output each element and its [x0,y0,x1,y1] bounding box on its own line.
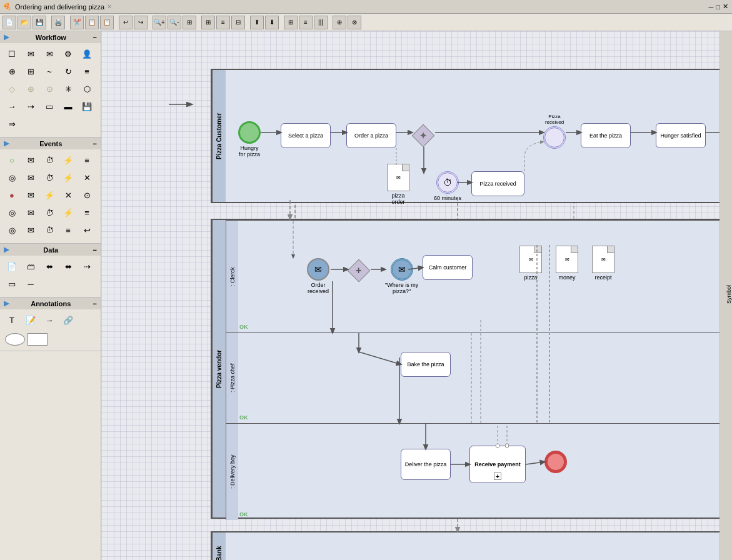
workflow-collapse[interactable]: − [93,34,97,41]
seq-flow-icon[interactable]: → [4,98,20,114]
pool-icon[interactable]: ▭ [41,98,58,114]
import-btn[interactable]: ⬇ [265,16,279,29]
msg-flow-icon[interactable]: ⇢ [23,98,39,114]
artifact-receipt[interactable]: ✉ receipt [592,246,614,281]
save-btn[interactable]: 💾 [33,16,46,29]
minimize-btn[interactable]: ─ [709,3,714,11]
timer-60min[interactable]: ⏱ 60 minutes [434,171,461,201]
im-none-icon[interactable]: ◎ [4,169,20,186]
grid-btn[interactable]: ⊞ [201,16,215,29]
task-select-pizza-box[interactable]: Select a pizza [281,123,331,148]
service-task-icon[interactable]: ⚙ [60,46,76,62]
data-obj-icon[interactable]: 📄 [4,258,20,274]
data-pool-icon[interactable]: ▭ [4,276,20,292]
redo-btn[interactable]: ↪ [134,16,148,29]
data-assoc-icon[interactable]: ⇢ [79,258,95,274]
end-termin-icon[interactable]: ⊙ [79,187,95,203]
start-error-icon[interactable]: ⚡ [60,152,76,168]
events-header[interactable]: ▶ Events − [0,138,101,149]
task-calm-box[interactable]: Calm customer [423,255,473,280]
msg-start-order-box[interactable]: ✉ [307,258,329,281]
paste-btn[interactable]: 📋 [100,16,114,29]
artifact-pizza-box[interactable]: ✉ [519,246,542,273]
data-collapse[interactable]: − [93,246,97,254]
artifact-receipt-box[interactable]: ✉ [592,246,614,273]
artifact-pizza-order[interactable]: ✉ pizzaorder [387,164,409,205]
open-btn[interactable]: 📂 [18,16,31,29]
xor-gw-icon[interactable]: ◇ [4,81,20,97]
annotations-collapse[interactable]: − [93,300,97,308]
table-btn[interactable]: ⊞ [284,16,298,29]
loop-icon[interactable]: ↻ [60,63,76,79]
task-receive-payment-box[interactable]: Receive payment + [469,446,526,483]
artifact-money[interactable]: ✉ money [556,246,578,281]
bnd-error-icon[interactable]: ⚡ [60,204,76,221]
task-order-pizza[interactable]: Order a pizza [346,123,396,148]
annot-note-icon[interactable]: 📝 [23,312,39,328]
task-select-pizza[interactable]: Select a pizza [281,123,331,148]
end-vendor-box[interactable] [544,451,567,473]
and-gw-icon[interactable]: ⊕ [23,81,39,97]
task-deliver[interactable]: Deliver the pizza [401,449,451,480]
workflow-header[interactable]: ▶ Workflow − [0,31,101,43]
catch-none-icon[interactable]: ◎ [4,222,20,238]
end-msg-icon[interactable]: ✉ [23,187,39,203]
task-pay-pizza[interactable]: Eat the pizza [581,123,631,148]
save2-icon[interactable]: 💾 [79,98,95,114]
bnd-timer-icon[interactable]: ⏱ [41,204,58,221]
pizza-received-event[interactable]: Pizzareceived [543,114,566,149]
call-icon[interactable]: ⊞ [23,63,39,79]
end-cancel-icon[interactable]: ✕ [60,187,76,203]
data-store-icon[interactable]: 🗃 [23,258,39,274]
data-input-icon[interactable]: ⬌ [41,258,58,274]
annotations-header[interactable]: ▶ Annotations − [0,298,101,309]
catch-timer-icon[interactable]: ⏱ [41,222,58,238]
zoom-fit-btn[interactable]: ⊞ [183,16,196,29]
annot-arr-icon[interactable]: → [41,312,58,328]
gateway-xor[interactable]: ✦ [412,124,434,147]
task-eat-pizza-box[interactable]: Hunger satisfied [656,123,706,148]
send-task-icon[interactable]: ✉ [23,46,39,62]
bnd-msg-icon[interactable]: ✉ [23,204,39,221]
task-calm[interactable]: Calm customer [423,255,473,280]
mi-icon[interactable]: ≡ [79,63,95,79]
data-output-icon[interactable]: ⬌ [60,258,76,274]
start-cond-icon[interactable]: ≡ [79,152,95,168]
bnd-cond-icon[interactable]: ≡ [79,204,95,221]
msg-int-where-box[interactable]: ✉ [391,258,413,281]
user-task-icon[interactable]: 👤 [79,46,95,62]
artifact-pizza-clerk[interactable]: ✉ pizza [519,246,542,281]
adhoc-icon[interactable]: ~ [41,63,58,79]
start-none-icon[interactable]: ○ [4,152,20,168]
start-event-hungry[interactable] [238,121,261,144]
end-vendor[interactable] [544,451,567,473]
task-ask-pizza[interactable]: Pizza received [471,171,524,196]
catch-cond-icon[interactable]: ≡ [60,222,76,238]
im-cancel-icon[interactable]: ✕ [79,169,95,186]
subproc-icon[interactable]: ⊕ [4,63,20,79]
maximize-btn[interactable]: □ [716,3,720,11]
event-gw-icon[interactable]: ⬡ [79,81,95,97]
bnd-none-icon[interactable]: ◎ [4,204,20,221]
start-timer-icon[interactable]: ⏱ [41,152,58,168]
catch-comp-icon[interactable]: ↩ [79,222,95,238]
recv-task-icon[interactable]: ✉ [41,46,58,62]
complex-gw-icon[interactable]: ✳ [60,81,76,97]
export-btn[interactable]: ⬆ [250,16,264,29]
zoom-out-btn[interactable]: 🔍- [168,16,181,29]
start-msg-icon[interactable]: ✉ [23,152,39,168]
start-hungry[interactable]: Hungryfor pizza [238,121,261,158]
task-receive-payment[interactable]: Receive payment + [469,446,526,483]
data-line-icon[interactable]: ─ [23,276,39,292]
annot-ellipse-icon[interactable] [5,333,25,346]
lane-icon[interactable]: ▬ [60,98,76,114]
new-btn[interactable]: 📄 [3,16,16,29]
artifact-pizza-order-box[interactable]: ✉ [387,164,409,191]
im-timer-icon[interactable]: ⏱ [41,169,58,186]
copy-btn[interactable]: 📋 [85,16,99,29]
or-gw-icon[interactable]: ⊙ [41,81,58,97]
data-header[interactable]: ▶ Data − [0,244,101,256]
layout-btn[interactable]: ⊟ [231,16,245,29]
canvas-area[interactable]: Pizza Customer Hungryfor pizza Select a … [101,31,719,560]
catch-msg-icon[interactable]: ✉ [23,222,39,238]
